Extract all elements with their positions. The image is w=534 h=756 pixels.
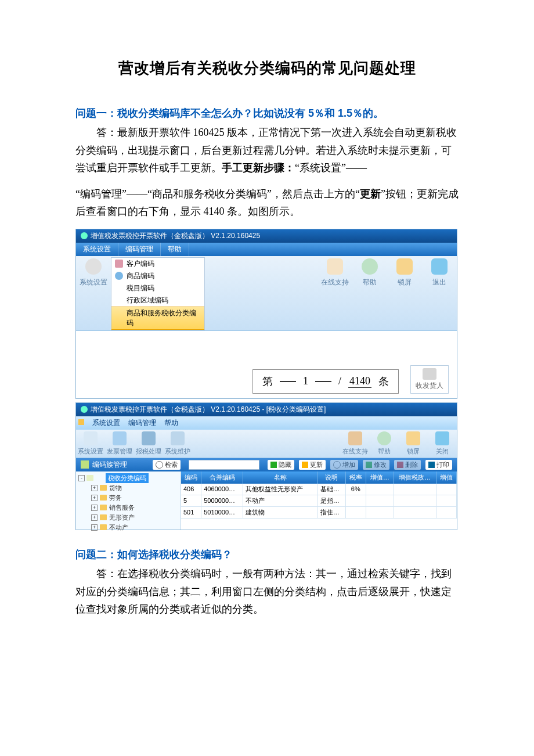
tb-tax[interactable]: 报税处理 [134, 430, 163, 458]
question2-title: 问题二：如何选择税收分类编码？ [75, 548, 459, 561]
table-pane: 编码 合并编码 名称 说明 税率 增值… 增值税政… 增值 4064060000… [181, 471, 457, 530]
folder-icon [100, 524, 107, 530]
tree-pane: - 税收分类编码 +货物 +劳务 +销售服务 +无形资产 +不动产 [76, 471, 181, 530]
expand-icon[interactable]: + [91, 514, 98, 521]
th-rate[interactable]: 税率 [345, 471, 366, 484]
tree-root[interactable]: 税收分类编码 [106, 473, 149, 483]
dd-label-1: 商品编码 [127, 271, 154, 281]
search-button[interactable]: 检索 [153, 460, 181, 470]
th-v2[interactable]: 增值税政… [394, 471, 436, 484]
pin-icon [78, 419, 84, 425]
app-icon [81, 232, 88, 239]
update-button[interactable]: 更新 [299, 460, 326, 470]
help-icon [377, 431, 391, 445]
lock-icon [406, 431, 420, 445]
mb-update: 更新 [310, 460, 323, 469]
dd-label-3: 行政区域编码 [127, 296, 168, 305]
pager-pre: 第 [262, 375, 273, 388]
th-v3[interactable]: 增值 [436, 471, 456, 484]
menu2-0[interactable]: 系统设置 [92, 418, 120, 428]
search-input[interactable] [189, 460, 259, 470]
th-merge[interactable]: 合并编码 [201, 471, 243, 484]
gear-icon [84, 431, 98, 445]
online-support-button[interactable]: 在线支持 [317, 256, 352, 330]
delete-button[interactable]: 删除 [394, 460, 421, 470]
pager-total: 4140 [348, 375, 371, 388]
pager: 第 1 / 4140 条 [252, 369, 399, 394]
tb-system[interactable]: 系统设置 [76, 430, 105, 458]
menu-code[interactable]: 编码管理 [118, 243, 161, 256]
pager-sep: / [338, 375, 341, 387]
expand-icon[interactable]: + [91, 524, 98, 531]
th-v1[interactable]: 增值… [366, 471, 394, 484]
tn0: 货物 [109, 484, 122, 492]
question1-answer-line1: 答：最新版开票软件 160425 版本，正常情况下第一次进入系统会自动更新税收分… [75, 124, 459, 177]
tbl1: 发票管理 [107, 448, 132, 455]
expand-icon[interactable]: + [91, 505, 98, 511]
tb-close[interactable]: 关闭 [428, 430, 457, 458]
menu2-1[interactable]: 编码管理 [128, 418, 156, 428]
th-desc[interactable]: 说明 [317, 471, 345, 484]
folder-icon [100, 485, 107, 491]
mid-title: 编码族管理 [92, 460, 127, 470]
tree-node-labor[interactable]: +劳务 [78, 493, 178, 503]
dd-tax-code[interactable]: 税目编码 [111, 282, 204, 294]
menu-system[interactable]: 系统设置 [76, 243, 118, 256]
gear-icon [85, 258, 102, 275]
toolbar2: 系统设置 发票管理 报税处理 系统维护 在线支持 帮助 锁屏 关闭 [76, 430, 457, 458]
mb-hide: 隐藏 [279, 460, 291, 469]
hide-button[interactable]: 隐藏 [268, 460, 294, 470]
exit-button[interactable]: 退出 [422, 256, 457, 330]
data-table: 编码 合并编码 名称 说明 税率 增值… 增值税政… 增值 4064060000… [181, 471, 457, 519]
table-row[interactable]: 5015010000…建筑物指住… [181, 506, 457, 518]
print-button[interactable]: 打印 [425, 460, 452, 470]
dd-label-4: 商品和服务税收分类编码 [127, 308, 201, 328]
q1-text-3: “编码管理”——“商品和服务税收分类编码”，然后点击上方的“ [75, 188, 360, 200]
menu-help[interactable]: 帮助 [161, 243, 189, 256]
titlebar2: 增值税发票税控开票软件（金税盘版） V2.1.20.160425 - [税收分类… [76, 403, 457, 416]
tb-lock[interactable]: 锁屏 [399, 430, 428, 458]
system-settings-button[interactable]: 系统设置 [76, 256, 111, 290]
tbr3: 关闭 [436, 448, 449, 455]
tb-support[interactable]: 在线支持 [341, 430, 370, 458]
receiver-button[interactable]: 收发货人 [410, 365, 449, 394]
calendar-icon [113, 431, 127, 445]
question1-answer-line2: “编码管理”——“商品和服务税收分类编码”，然后点击上方的“更新”按钮；更新完成… [75, 185, 459, 221]
dd-product-code[interactable]: 商品编码 [111, 270, 204, 282]
dd-customer-code[interactable]: 客户编码 [111, 258, 204, 270]
tree-node-service[interactable]: +销售服务 [78, 503, 178, 513]
table-header-row: 编码 合并编码 名称 说明 税率 增值… 增值税政… 增值 [181, 471, 457, 484]
expand-icon[interactable]: + [91, 485, 98, 491]
table-row[interactable]: 55000000…不动产是指… [181, 495, 457, 506]
add-button[interactable]: 增加 [330, 460, 358, 470]
tbr0: 在线支持 [342, 448, 368, 455]
monitor-icon [142, 431, 156, 445]
expand-icon[interactable]: + [91, 495, 98, 501]
tb-maint[interactable]: 系统维护 [163, 430, 192, 458]
tree-node-realestate[interactable]: +不动产 [78, 523, 178, 532]
edit-button[interactable]: 修改 [363, 460, 389, 470]
collapse-icon[interactable]: - [78, 475, 85, 481]
rb1: 帮助 [363, 278, 377, 286]
tn3: 无形资产 [109, 513, 135, 522]
q1-text-2: “系统设置”—— [295, 162, 367, 174]
pager-page: 1 [303, 375, 308, 387]
tree-node-intangible[interactable]: +无形资产 [78, 513, 178, 523]
dd-tax-category-code[interactable]: 商品和服务税收分类编码 [111, 307, 204, 330]
th-code[interactable]: 编码 [181, 471, 201, 484]
panel-icon [81, 460, 89, 469]
tb-help[interactable]: 帮助 [370, 430, 399, 458]
tb-invoice[interactable]: 发票管理 [105, 430, 134, 458]
support-icon [348, 431, 362, 445]
tn2: 销售服务 [109, 503, 135, 512]
dd-region-code[interactable]: 行政区域编码 [111, 294, 204, 307]
lock-button[interactable]: 锁屏 [387, 256, 422, 330]
table-row[interactable]: 4064060000…其他权益性无形资产基础…6% [181, 484, 457, 495]
th-name[interactable]: 名称 [243, 471, 317, 484]
titlebar: 增值税发票税控开票软件（金税盘版） V2.1.20.160425 [76, 229, 457, 243]
back-icon [435, 431, 449, 445]
tree-node-goods[interactable]: +货物 [78, 483, 178, 493]
q1-bold-step: 手工更新步骤： [222, 162, 295, 174]
help-button[interactable]: 帮助 [352, 256, 387, 330]
menu2-2[interactable]: 帮助 [164, 418, 178, 428]
